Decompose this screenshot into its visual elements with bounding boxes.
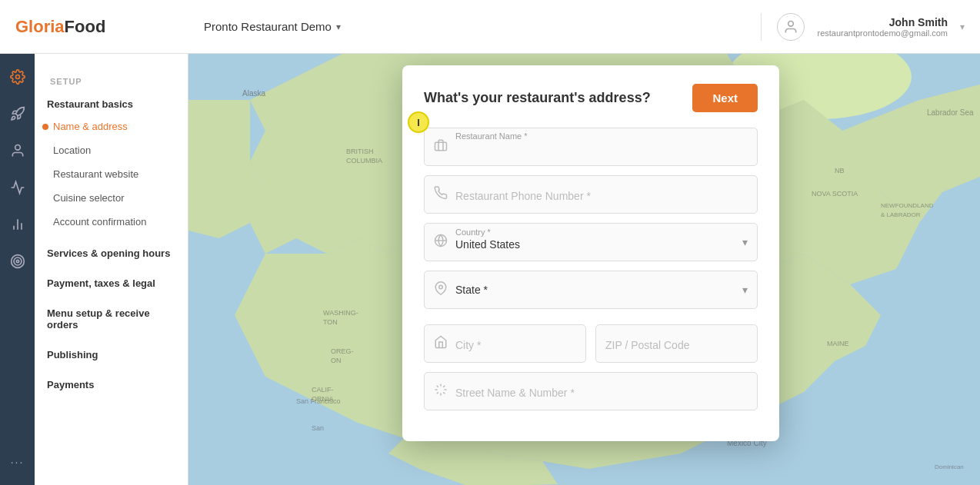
phone-icon: [434, 186, 448, 203]
globe-icon: [434, 234, 448, 251]
sidebar-group-payment: Payment, taxes & legal: [35, 270, 188, 294]
zip-input[interactable]: [605, 336, 748, 351]
group-label-payments[interactable]: Payments: [35, 371, 188, 395]
city-zip-row: [424, 324, 758, 372]
state-row: State * ▾: [424, 271, 758, 309]
sidebar-icon-user[interactable]: [2, 135, 33, 166]
sidebar-item-label-restaurant-website: Restaurant website: [53, 168, 138, 180]
restaurant-name-field: Restaurant Name *: [424, 128, 758, 166]
country-inner: Country * United States: [455, 234, 736, 251]
spacer: [424, 318, 758, 324]
sidebar-group-menu: Menu setup & receive orders: [35, 300, 188, 335]
svg-text:OREG-: OREG-: [331, 347, 354, 355]
sidebar-item-location[interactable]: Location: [35, 138, 188, 162]
phone-inner: [455, 187, 748, 203]
svg-point-8: [16, 260, 18, 262]
sidebar-icon-target[interactable]: [2, 246, 33, 277]
street-field: [424, 372, 758, 410]
svg-text:Dominican: Dominican: [935, 463, 964, 470]
svg-text:NB: NB: [835, 167, 845, 174]
state-inner: State *: [455, 283, 736, 297]
svg-line-42: [443, 392, 445, 394]
svg-line-46: [443, 386, 445, 387]
building-icon: [434, 138, 448, 155]
dialog-title: What's your restaurant's address?: [424, 90, 651, 106]
svg-text:WASHING-: WASHING-: [323, 309, 358, 317]
street-row: [424, 372, 758, 410]
svg-point-7: [14, 257, 22, 265]
svg-text:TON: TON: [323, 318, 338, 326]
svg-point-1: [15, 75, 19, 79]
sidebar-item-label-name-address: Name & address: [53, 121, 128, 132]
country-field: Country * United States ▾: [424, 223, 758, 261]
sidebar-group-services: Services & opening hours: [35, 240, 188, 264]
country-select[interactable]: United States: [455, 234, 736, 251]
restaurant-name: Pronto Restaurant Demo: [204, 20, 332, 33]
logo-text: GloriaFood: [15, 17, 105, 36]
group-label-restaurant-basics: Restaurant basics: [35, 91, 188, 115]
map-pin-icon: [434, 281, 448, 298]
zip-inner: [605, 336, 748, 352]
header-right: John Smith restaurantprontodemo@gmail.co…: [761, 13, 980, 41]
svg-rect-35: [435, 142, 447, 151]
state-select[interactable]: State *: [455, 284, 736, 296]
restaurant-name-row: Restaurant Name *: [424, 128, 758, 166]
restaurant-dropdown-arrow: ▾: [336, 22, 341, 32]
country-label: Country *: [455, 228, 491, 237]
street-inner: [455, 384, 748, 400]
group-label-services[interactable]: Services & opening hours: [35, 240, 188, 264]
svg-text:San: San: [312, 424, 324, 432]
sidebar-icon-more[interactable]: ···: [2, 447, 33, 477]
next-button[interactable]: Next: [692, 84, 758, 112]
sidebar-icon-chart[interactable]: [2, 209, 33, 240]
sidebar-item-name-address[interactable]: Name & address: [35, 115, 188, 138]
restaurant-selector[interactable]: Pronto Restaurant Demo ▾: [188, 20, 761, 33]
street-input[interactable]: [455, 384, 748, 399]
sidebar-icon-settings[interactable]: [2, 61, 33, 92]
state-dropdown-arrow: ▾: [742, 284, 748, 296]
country-dropdown-arrow: ▾: [742, 236, 748, 248]
city-row: [424, 324, 586, 363]
svg-text:NEWFOUNDLAND: NEWFOUNDLAND: [881, 202, 934, 209]
sidebar-group-payments: Payments: [35, 371, 188, 395]
zip-row: [595, 324, 758, 363]
user-name: John Smith: [817, 16, 948, 28]
dialog-header: What's your restaurant's address? Next: [424, 84, 758, 112]
svg-text:Alaska: Alaska: [242, 89, 265, 98]
user-dropdown-arrow: ▾: [960, 22, 965, 32]
svg-text:& LABRADOR: & LABRADOR: [881, 211, 921, 218]
restaurant-name-inner: Restaurant Name *: [455, 138, 748, 157]
sidebar-item-account-confirmation[interactable]: Account confirmation: [35, 210, 188, 234]
top-header: GloriaFood Pronto Restaurant Demo ▾ John…: [0, 0, 980, 54]
sidebar-icon-rocket[interactable]: [2, 98, 33, 129]
city-input[interactable]: [455, 336, 576, 351]
logo-area: GloriaFood: [0, 17, 188, 37]
sidebar-group-publishing: Publishing: [35, 341, 188, 365]
svg-text:Labrador Sea: Labrador Sea: [927, 108, 974, 117]
svg-point-2: [15, 145, 20, 151]
sidebar-group-restaurant-basics: Restaurant basics Name & address Locatio…: [35, 91, 188, 234]
restaurant-name-label: Restaurant Name *: [455, 131, 528, 141]
group-label-publishing[interactable]: Publishing: [35, 341, 188, 365]
user-info: John Smith restaurantprontodemo@gmail.co…: [817, 16, 948, 38]
city-inner: [455, 336, 576, 352]
country-row: Country * United States ▾: [424, 223, 758, 261]
svg-text:COLUMBIA: COLUMBIA: [346, 157, 382, 164]
svg-point-38: [439, 285, 443, 289]
group-label-menu[interactable]: Menu setup & receive orders: [35, 300, 188, 335]
city-icon: [434, 335, 448, 352]
content-area: Canada Alaska BRITISH COLUMBIA ALBERTA M…: [188, 54, 980, 485]
main-layout: ··· SETUP Restaurant basics Name & addre…: [0, 54, 980, 485]
svg-text:San Francisco: San Francisco: [296, 397, 341, 405]
address-dialog: What's your restaurant's address? Next R…: [402, 65, 779, 441]
sidebar-item-label-cuisine-selector: Cuisine selector: [53, 192, 125, 204]
phone-input[interactable]: [455, 187, 748, 202]
sidebar-item-label-location: Location: [53, 145, 91, 156]
sidebar-item-restaurant-website[interactable]: Restaurant website: [35, 162, 188, 186]
sidebar-item-cuisine-selector[interactable]: Cuisine selector: [35, 186, 188, 210]
setup-label: SETUP: [35, 69, 188, 91]
group-label-payment[interactable]: Payment, taxes & legal: [35, 270, 188, 294]
svg-text:MAINE: MAINE: [827, 340, 849, 347]
logo: GloriaFood: [15, 17, 105, 37]
sidebar-icon-activity[interactable]: [2, 172, 33, 203]
